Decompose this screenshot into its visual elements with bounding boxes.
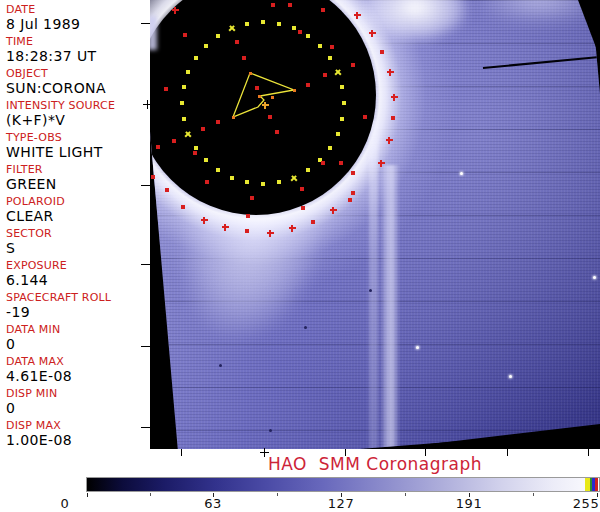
yellow-fiducial-dot	[277, 22, 281, 26]
field-value-type-obs: WHITE LIGHT	[6, 145, 103, 160]
red-fiducial-dot	[363, 115, 367, 119]
field-label-sector: SECTOR	[6, 228, 52, 240]
field-label-disp-max: DISP MAX	[6, 420, 72, 432]
field-label-data-max: DATA MAX	[6, 356, 72, 368]
field-data-min: DATA MIN0	[6, 324, 60, 352]
field-label-filter: FILTER	[6, 164, 57, 176]
field-polaroid: POLAROIDCLEAR	[6, 196, 65, 224]
field-value-spacecraft-roll: -19	[6, 305, 111, 320]
pointer-vertex-accent	[232, 116, 235, 119]
yellow-fiducial-dot	[230, 176, 234, 180]
yellow-fiducial-dot	[182, 85, 186, 89]
yellow-fiducial-dot	[245, 22, 249, 26]
field-value-polaroid: CLEAR	[6, 209, 65, 224]
yellow-fiducial-dot	[277, 180, 281, 184]
star-dot	[416, 346, 419, 349]
yellow-fiducial-dot	[340, 85, 344, 89]
yellow-fiducial-dot	[194, 56, 198, 60]
field-label-exposure: EXPOSURE	[6, 260, 67, 272]
dust-speck	[219, 364, 222, 367]
red-fiducial-dot	[351, 171, 355, 175]
field-type-obs: TYPE-OBSWHITE LIGHT	[6, 132, 103, 160]
pointer-vertex-accent	[258, 95, 261, 98]
red-fiducial-dot	[255, 86, 259, 90]
colorbar-tick-label: 255	[573, 496, 599, 511]
field-intensity-source: INTENSITY SOURCE(K+F)*V	[6, 100, 115, 128]
red-fiducial-dot	[193, 151, 197, 155]
field-value-data-max: 4.61E-08	[6, 369, 72, 384]
field-value-sector: S	[6, 241, 52, 256]
red-fiducial-dot	[156, 145, 160, 149]
red-fiducial-dot	[306, 83, 310, 87]
yellow-fiducial-dot	[216, 34, 220, 38]
dust-speck	[304, 326, 307, 329]
red-fiducial-dot	[321, 8, 325, 12]
colorbar-tick-label: 191	[456, 496, 482, 511]
red-fiducial-dot	[201, 127, 205, 131]
yellow-fiducial-dot	[336, 132, 340, 136]
field-value-disp-min: 0	[6, 401, 57, 416]
red-fiducial-dot	[151, 175, 155, 179]
colorbar-minor-tick	[405, 493, 406, 496]
pointer-vertex-accent	[293, 89, 296, 92]
red-fiducial-dot	[271, 3, 275, 7]
field-label-type-obs: TYPE-OBS	[6, 132, 103, 144]
field-data-max: DATA MAX4.61E-08	[6, 356, 72, 384]
field-label-time: TIME	[6, 36, 97, 48]
coronagraph-image	[150, 0, 600, 449]
red-fiducial-dot	[298, 30, 302, 34]
star-dot	[593, 276, 596, 279]
yellow-fiducial-dot	[306, 34, 310, 38]
red-fiducial-dot	[242, 56, 246, 60]
field-time: TIME18:28:37 UT	[6, 36, 97, 64]
yellow-fiducial-dot	[204, 158, 208, 162]
field-value-disp-max: 1.00E-08	[6, 433, 72, 448]
pointer-vertex-accent	[249, 72, 252, 75]
yellow-fiducial-dot	[292, 26, 296, 30]
red-fiducial-dot	[300, 187, 304, 191]
colorbar-saturation-stripe	[595, 478, 598, 491]
field-disp-max: DISP MAX1.00E-08	[6, 420, 72, 448]
pointer-polygon-overlay	[150, 0, 600, 449]
pointer-polygon	[233, 73, 294, 117]
yellow-fiducial-dot	[340, 117, 344, 121]
red-fiducial-dot	[183, 33, 187, 37]
field-value-data-min: 0	[6, 337, 60, 352]
colorbar	[86, 477, 600, 492]
field-value-date: 8 Jul 1989	[6, 17, 80, 32]
field-label-spacecraft-roll: SPACECRAFT ROLL	[6, 292, 111, 304]
yellow-fiducial-dot	[261, 20, 265, 24]
field-exposure: EXPOSURE6.144	[6, 260, 67, 288]
red-fiducial-dot	[181, 205, 185, 209]
yellow-fiducial-dot	[328, 56, 332, 60]
field-object: OBJECTSUN:CORONA	[6, 68, 106, 96]
colorbar-tick	[87, 493, 88, 497]
red-fiducial-dot	[268, 115, 272, 119]
left-edge-tick	[141, 427, 150, 428]
field-value-filter: GREEN	[6, 177, 57, 192]
field-value-object: SUN:CORONA	[6, 81, 106, 96]
red-fiducial-dot	[351, 63, 355, 67]
red-fiducial-dot	[348, 198, 352, 202]
image-title: HAO SMM Coronagraph	[150, 454, 600, 474]
red-fiducial-dot	[321, 161, 325, 165]
field-sector: SECTORS	[6, 228, 52, 256]
red-fiducial-dot	[172, 139, 176, 143]
metadata-sidebar: DATE8 Jul 1989TIME18:28:37 UTOBJECTSUN:C…	[0, 0, 150, 449]
field-label-intensity-source: INTENSITY SOURCE	[6, 100, 115, 112]
smm-coronagraph-viewer: { "colors": { "label_red": "#cc2020", "t…	[0, 0, 600, 512]
pointer-vertex-accent	[271, 96, 274, 99]
yellow-fiducial-dot	[245, 180, 249, 184]
colorbar-minor-tick	[533, 493, 534, 496]
colorbar-minor-tick	[277, 493, 278, 496]
field-value-exposure: 6.144	[6, 273, 67, 288]
field-label-date: DATE	[6, 4, 80, 16]
yellow-fiducial-dot	[186, 70, 190, 74]
left-edge-tick	[141, 185, 150, 186]
dust-speck	[269, 429, 272, 432]
red-fiducial-dot	[164, 87, 168, 91]
red-fiducial-dot	[165, 188, 169, 192]
field-label-disp-min: DISP MIN	[6, 388, 57, 400]
yellow-fiducial-dot	[216, 168, 220, 172]
red-fiducial-dot	[380, 50, 384, 54]
